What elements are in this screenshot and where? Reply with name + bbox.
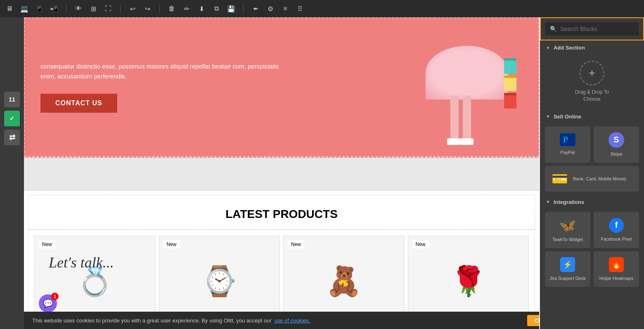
- bear-image: 🧸: [326, 264, 362, 298]
- arrows-badge[interactable]: ⇄: [4, 130, 20, 145]
- chevron-integrations-icon: ▼: [546, 199, 550, 204]
- contact-us-button[interactable]: CONTACT US: [40, 94, 117, 113]
- block-tawkto[interactable]: 🦋 TawkTo Widget: [545, 212, 590, 248]
- figure-graphic: [417, 25, 516, 157]
- jira-icon: ⚡: [560, 257, 575, 272]
- laptop-icon[interactable]: 💻: [20, 4, 29, 13]
- facebook-pixel-label: Facebook Pixel: [601, 236, 632, 242]
- add-section-label: Drag & Drop ToChoose: [575, 89, 609, 103]
- section-header-add[interactable]: ▼ Add Section: [540, 40, 644, 54]
- gray-gap-section: [24, 158, 539, 191]
- section-header-sell[interactable]: ▼ Sell Online: [540, 109, 644, 123]
- search-icon: 🔍: [550, 26, 557, 32]
- trash-icon[interactable]: 🗑: [167, 4, 176, 13]
- check-badge[interactable]: ✓: [4, 111, 20, 126]
- add-section-area[interactable]: + Drag & Drop ToChoose: [540, 54, 644, 109]
- preview-icon[interactable]: ⊞: [89, 4, 98, 13]
- block-hotjar[interactable]: 🔥 Hotjar Heatmaps: [594, 251, 639, 287]
- product-badge-bear: New: [288, 240, 304, 249]
- products-title: LATEST PRODUCTS: [28, 195, 535, 230]
- cookie-close-button[interactable]: Close: [527, 315, 539, 326]
- section-label-add: Add Section: [554, 45, 585, 51]
- product-badge-watch: New: [163, 240, 180, 249]
- expand-icon[interactable]: ⛶: [104, 4, 113, 13]
- hotjar-icon: 🔥: [609, 257, 624, 272]
- jira-label: Jira Support Desk: [549, 275, 585, 281]
- block-paypal[interactable]: PP PayPal: [545, 126, 590, 163]
- figure-dress: [426, 46, 508, 99]
- settings-icon[interactable]: ⚙: [266, 4, 275, 13]
- block-facebook-pixel[interactable]: f Facebook Pixel: [594, 212, 639, 248]
- search-box[interactable]: 🔍: [545, 22, 639, 36]
- sell-online-grid: PP PayPal S Stripe 💳 Bank, Card, Mobile …: [540, 123, 644, 195]
- tawkto-icon: 🦋: [559, 218, 576, 233]
- toolbar-sep-4: [243, 4, 244, 13]
- cookie-text: This website uses cookies to provide you…: [32, 317, 524, 324]
- rose-image: 🌹: [450, 264, 486, 298]
- product-badge-rose: New: [412, 240, 429, 249]
- shopping-bags: [504, 58, 516, 109]
- facebook-pixel-icon: f: [609, 218, 624, 233]
- toolbar-sep-2: [120, 4, 121, 13]
- hero-image-area: [395, 17, 539, 157]
- desktop-icon[interactable]: 🖥: [5, 4, 14, 13]
- bag-teal: [504, 58, 516, 74]
- hero-figure: [413, 25, 521, 157]
- page-number-badge[interactable]: 11: [4, 92, 20, 107]
- bag-red: [504, 93, 516, 109]
- pen-icon[interactable]: ✒: [251, 4, 260, 13]
- stripe-icon: S: [608, 132, 624, 148]
- integrations-grid: 🦋 TawkTo Widget f Facebook Pixel ⚡ Jira …: [540, 208, 644, 291]
- hero-body-text: consequatur distinctio esse, possimus ma…: [40, 62, 288, 81]
- save-icon[interactable]: 💾: [227, 4, 236, 13]
- section-header-integrations[interactable]: ▼ Integrations: [540, 195, 644, 208]
- search-input[interactable]: [560, 26, 634, 32]
- figure-leg-right: [463, 95, 471, 141]
- toolbar: 🖥 💻 📱 📲 👁 ⊞ ⛶ ↩ ↪ 🗑 ✏ ⬇ ⧉ 💾 ✒ ⚙ ≡ ⠿: [0, 0, 644, 17]
- section-label-integrations: Integrations: [554, 199, 584, 205]
- mobile-icon[interactable]: 📲: [50, 4, 59, 13]
- cookie-link[interactable]: use of cookies.: [275, 317, 310, 324]
- menu-icon[interactable]: ≡: [281, 4, 290, 13]
- right-panel: 🔍 ▼ Add Section + Drag & Drop ToChoose ▼…: [540, 17, 644, 329]
- ring-image: 💍: [77, 264, 113, 298]
- cookie-message: This website uses cookies to provide you…: [32, 317, 272, 324]
- hero-section: consequatur distinctio esse, possimus ma…: [24, 17, 539, 158]
- block-bank[interactable]: 💳 Bank, Card, Mobile Money: [545, 166, 639, 192]
- tawkto-label: TawkTo Widget: [552, 237, 583, 242]
- watch-image: ⌚: [201, 264, 237, 298]
- chat-bubble[interactable]: 💬 1: [39, 294, 57, 312]
- paypal-label: PayPal: [561, 149, 575, 155]
- bank-icon: 💳: [552, 171, 568, 187]
- block-jira[interactable]: ⚡ Jira Support Desk: [545, 251, 590, 287]
- stripe-label: Stripe: [611, 151, 623, 157]
- eye-icon[interactable]: 👁: [74, 4, 83, 13]
- toolbar-sep-3: [159, 4, 160, 13]
- bag-yellow: [504, 76, 516, 91]
- undo-icon[interactable]: ↩: [128, 4, 137, 13]
- paypal-icon: PP: [560, 133, 575, 146]
- toolbar-sep-1: [66, 4, 66, 13]
- search-box-wrapper: 🔍: [540, 17, 644, 40]
- figure-leg-left: [450, 95, 459, 141]
- block-stripe[interactable]: S Stripe: [594, 126, 639, 163]
- apps-icon[interactable]: ⠿: [296, 4, 305, 13]
- bank-label: Bank, Card, Mobile Money: [573, 176, 627, 182]
- download-icon[interactable]: ⬇: [197, 4, 206, 13]
- chevron-add-icon: ▼: [546, 45, 550, 50]
- section-label-sell: Sell Online: [554, 114, 581, 120]
- redo-icon[interactable]: ↪: [143, 4, 152, 13]
- chat-notification-badge: 1: [51, 293, 59, 300]
- products-section: LATEST PRODUCTS New 💍 New ⌚ New 🧸 New 🌹: [24, 195, 539, 329]
- hotjar-label: Hotjar Heatmaps: [599, 275, 634, 281]
- shoe-left: [447, 138, 460, 145]
- shoe-right: [460, 138, 474, 145]
- tablet-icon[interactable]: 📱: [35, 4, 44, 13]
- add-section-plus-icon: +: [580, 61, 604, 85]
- edit-icon[interactable]: ✏: [182, 4, 191, 13]
- chevron-sell-icon: ▼: [546, 114, 550, 119]
- main-canvas: consequatur distinctio esse, possimus ma…: [24, 17, 539, 329]
- layers-icon[interactable]: ⧉: [212, 4, 221, 13]
- hero-text-area: consequatur distinctio esse, possimus ma…: [24, 49, 395, 125]
- cookie-bar: This website uses cookies to provide you…: [24, 312, 539, 329]
